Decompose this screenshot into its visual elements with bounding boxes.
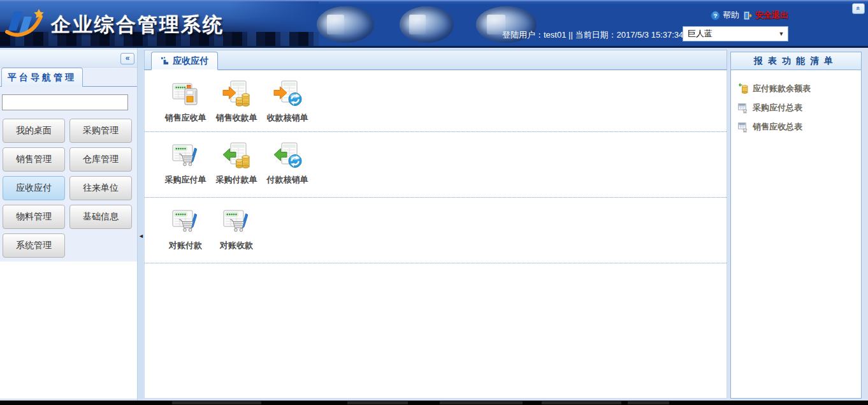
collapse-header-button[interactable]: « xyxy=(852,3,865,14)
collapse-sidebar-button[interactable]: « xyxy=(120,53,134,64)
sidebar-item-partners[interactable]: 往来单位 xyxy=(69,176,132,200)
logout-link[interactable]: 安全退出 xyxy=(743,10,788,21)
login-user-label: 登陆用户： xyxy=(502,30,544,40)
app-item-receipt-writeoff-doc[interactable]: 收款核销单 xyxy=(262,79,313,124)
report-item-label: 采购应付总表 xyxy=(753,102,802,114)
header-photo-oval-2 xyxy=(400,6,454,43)
doc-arrow-left-refresh-icon xyxy=(272,141,303,172)
sidebar-search-input[interactable] xyxy=(2,94,128,110)
chevron-up-icon: « xyxy=(854,6,863,10)
doc-arrow-right-refresh-icon xyxy=(272,79,303,110)
register-icon xyxy=(170,79,201,110)
chevron-left-double-icon: « xyxy=(126,54,130,63)
sidebar-item-warehouse[interactable]: 仓库管理 xyxy=(69,147,132,172)
separator-text: || xyxy=(568,30,573,40)
report-item-purchase-payable-summary[interactable]: 采购应付总表 xyxy=(737,98,861,117)
help-label: 帮助 xyxy=(723,10,739,21)
splitter-collapse-arrow-icon[interactable]: ◄ xyxy=(138,233,144,239)
theme-select-value: 巨人蓝 xyxy=(684,28,776,40)
app-item-label: 采购应付单 xyxy=(165,174,206,186)
report-item-label: 应付账款余额表 xyxy=(753,83,811,94)
app-item-label: 收款核销单 xyxy=(267,112,308,124)
form-cart-pen-icon xyxy=(221,207,252,237)
table-cart-icon xyxy=(737,102,749,114)
icon-row-3: 对账付款 对账收款 xyxy=(145,198,727,263)
app-item-label: 对账付款 xyxy=(169,240,202,251)
sidebar-item-system[interactable]: 系统管理 xyxy=(3,233,65,258)
app-item-label: 销售收款单 xyxy=(216,112,257,124)
panel-splitter[interactable]: ◄ xyxy=(137,48,143,401)
sidebar-item-basic-info[interactable]: 基础信息 xyxy=(69,205,132,229)
help-icon xyxy=(711,11,720,20)
current-date-label: 当前日期： xyxy=(575,30,616,40)
app-item-sales-receivable-doc[interactable]: 销售应收单 xyxy=(160,79,211,124)
report-item-label: 销售应收总表 xyxy=(753,121,802,133)
table-cart-icon xyxy=(737,121,749,133)
current-date-value: 2017/5/3 15:37:34 xyxy=(616,30,683,40)
sidebar-item-materials[interactable]: 物料管理 xyxy=(3,205,65,229)
app-header: 企业综合管理系统 帮助 安全退出 « 登陆用户：test01 || 当前日期：2… xyxy=(0,0,868,48)
tab-receivables-payables[interactable]: 应收应付 xyxy=(151,52,218,70)
sidebar-item-sales[interactable]: 销售管理 xyxy=(3,147,65,172)
sidebar-top-strip: « xyxy=(0,50,137,68)
app-item-purchase-payable-doc[interactable]: 采购应付单 xyxy=(160,141,211,186)
form-cart-pen-icon xyxy=(170,141,201,172)
bottom-taskbar-sliver xyxy=(0,401,868,405)
app-item-payment-writeoff-doc[interactable]: 付款核销单 xyxy=(262,141,313,186)
sidebar-item-purchasing[interactable]: 采购管理 xyxy=(69,119,132,143)
app-item-reconcile-payment[interactable]: 对账付款 xyxy=(160,207,211,251)
left-sidebar: « 平台导航管理 我的桌面 采购管理 销售管理 仓库管理 应收应付 往来单位 物… xyxy=(0,50,137,399)
sidebar-panel: « 平台导航管理 我的桌面 采购管理 销售管理 仓库管理 应收应付 往来单位 物… xyxy=(0,50,137,261)
user-info: 登陆用户：test01 || 当前日期：2017/5/3 15:37:34 xyxy=(502,29,683,41)
app-item-sales-receipt-doc[interactable]: 销售收款单 xyxy=(211,79,262,124)
nav-button-grid: 我的桌面 采购管理 销售管理 仓库管理 应收应付 往来单位 物料管理 基础信息 … xyxy=(3,119,132,258)
report-item-payable-balance[interactable]: 应付账款余额表 xyxy=(737,79,861,98)
app-logo-icon xyxy=(5,5,47,42)
app-item-label: 对账收款 xyxy=(220,240,253,251)
help-link[interactable]: 帮助 xyxy=(711,10,739,21)
app-item-label: 采购付款单 xyxy=(216,174,257,186)
chevron-down-icon: ▼ xyxy=(776,31,786,37)
module-icon-panel: 销售应收单 销售收款单 收款核销单 采购应付单 采购付款单 付款核销单 xyxy=(144,70,727,399)
sidebar-tabbar: 平台导航管理 xyxy=(0,68,137,87)
tab-label: 应收应付 xyxy=(173,55,208,67)
app-item-purchase-payment-doc[interactable]: 采购付款单 xyxy=(211,141,262,186)
app-title: 企业综合管理系统 xyxy=(51,11,224,38)
report-item-sales-receivable-summary[interactable]: 销售应收总表 xyxy=(737,117,861,136)
sidebar-tab-platform-nav[interactable]: 平台导航管理 xyxy=(1,68,83,87)
main-tabstrip: 应收应付 xyxy=(144,50,727,70)
icon-row-1: 销售应收单 销售收款单 收款核销单 xyxy=(145,70,727,132)
app-item-label: 付款核销单 xyxy=(267,174,308,186)
main-area: 应收应付 销售应收单 销售收款单 收款核销单 采购应付单 xyxy=(144,50,727,399)
login-user-value: test01 xyxy=(544,30,566,40)
tab-chart-icon xyxy=(161,57,169,65)
theme-select[interactable]: 巨人蓝 ▼ xyxy=(683,27,788,41)
header-photo-oval-1 xyxy=(317,6,374,43)
exit-door-icon xyxy=(743,11,753,20)
app-item-reconcile-receipt[interactable]: 对账收款 xyxy=(211,207,262,251)
report-panel-title: 报表功能清单 xyxy=(731,52,861,70)
doc-arrow-left-coins-icon xyxy=(221,141,252,172)
logout-label: 安全退出 xyxy=(755,10,788,21)
form-cart-pen-icon xyxy=(170,207,201,237)
report-list: 应付账款余额表 采购应付总表 销售应收总表 xyxy=(731,70,861,136)
doc-arrow-right-coins-icon xyxy=(221,79,252,110)
app-item-label: 销售应收单 xyxy=(165,112,206,124)
sidebar-item-receivables[interactable]: 应收应付 xyxy=(3,176,65,200)
coins-arrow-icon xyxy=(737,83,749,94)
sidebar-item-my-desktop[interactable]: 我的桌面 xyxy=(3,119,65,143)
report-panel: 报表功能清单 应付账款余额表 采购应付总表 销售应收总表 xyxy=(730,52,862,399)
icon-row-2: 采购应付单 采购付款单 付款核销单 xyxy=(145,132,727,198)
